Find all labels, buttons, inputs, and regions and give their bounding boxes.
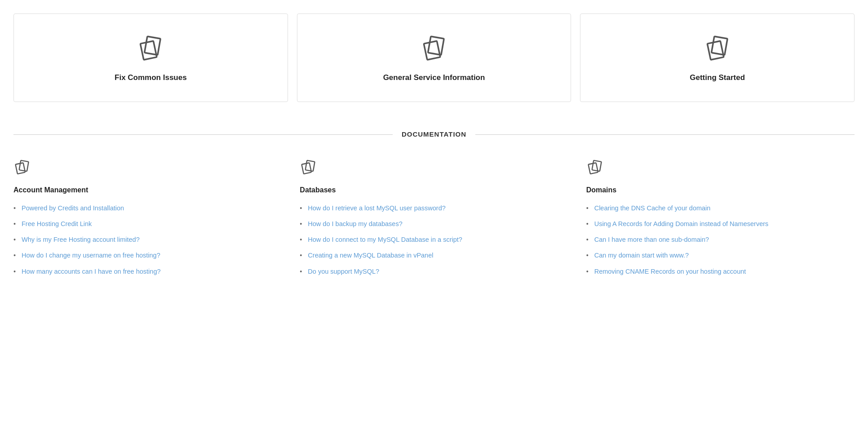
list-item[interactable]: How do I connect to my MySQL Database in… — [300, 235, 568, 245]
list-item[interactable]: Do you support MySQL? — [300, 267, 568, 277]
databases-column: Databases How do I retrieve a lost MySQL… — [291, 158, 577, 282]
list-item[interactable]: How many accounts can I have on free hos… — [13, 267, 282, 277]
domains-icon — [586, 158, 604, 176]
svg-rect-9 — [711, 36, 727, 55]
general-service-info-title: General Service Information — [383, 71, 485, 84]
account-management-link-2[interactable]: Why is my Free Hosting account limited? — [22, 236, 140, 243]
account-management-title: Account Management — [13, 184, 282, 196]
databases-link-4[interactable]: Do you support MySQL? — [308, 268, 379, 275]
domains-link-0[interactable]: Clearing the DNS Cache of your domain — [594, 204, 711, 212]
general-service-info-card[interactable]: General Service Information — [297, 13, 571, 102]
getting-started-title: Getting Started — [690, 71, 745, 84]
account-management-link-1[interactable]: Free Hosting Credit Link — [22, 220, 92, 227]
databases-link-1[interactable]: How do I backup my databases? — [308, 220, 402, 227]
domains-column: Domains Clearing the DNS Cache of your d… — [577, 158, 855, 282]
domains-link-4[interactable]: Removing CNAME Records on your hosting a… — [594, 268, 746, 275]
fix-common-issues-card[interactable]: Fix Common Issues — [13, 13, 288, 102]
databases-link-2[interactable]: How do I connect to my MySQL Database in… — [308, 236, 462, 243]
list-item[interactable]: Clearing the DNS Cache of your domain — [586, 203, 855, 213]
domains-link-3[interactable]: Can my domain start with www.? — [594, 252, 689, 259]
getting-started-icon — [702, 32, 733, 63]
fix-common-issues-title: Fix Common Issues — [115, 71, 187, 84]
databases-title: Databases — [300, 184, 568, 196]
header-line-left — [13, 134, 393, 135]
databases-link-3[interactable]: Creating a new MySQL Database in vPanel — [308, 252, 433, 259]
domains-link-1[interactable]: Using A Records for Adding Domain instea… — [594, 220, 769, 227]
account-management-link-4[interactable]: How many accounts can I have on free hos… — [22, 268, 161, 275]
svg-rect-8 — [707, 41, 724, 60]
doc-columns: Account Management Powered by Credits an… — [13, 158, 855, 282]
list-item[interactable]: Powered by Credits and Installation — [13, 203, 282, 213]
list-item[interactable]: Creating a new MySQL Database in vPanel — [300, 250, 568, 261]
list-item[interactable]: Removing CNAME Records on your hosting a… — [586, 267, 855, 277]
list-item[interactable]: How do I change my username on free host… — [13, 250, 282, 261]
fix-common-issues-icon — [135, 32, 166, 63]
domains-link-2[interactable]: Can I have more than one sub-domain? — [594, 236, 709, 243]
databases-icon — [300, 158, 318, 176]
svg-rect-5 — [145, 36, 161, 55]
svg-rect-6 — [424, 41, 440, 60]
svg-rect-4 — [141, 41, 157, 60]
general-service-info-icon — [418, 32, 450, 63]
databases-link-0[interactable]: How do I retrieve a lost MySQL user pass… — [308, 204, 446, 212]
domains-title: Domains — [586, 184, 855, 196]
account-management-link-0[interactable]: Powered by Credits and Installation — [22, 204, 124, 212]
getting-started-card[interactable]: Getting Started — [580, 13, 855, 102]
account-management-link-3[interactable]: How do I change my username on free host… — [22, 252, 160, 259]
documentation-header: DOCUMENTATION — [13, 129, 855, 140]
domains-list: Clearing the DNS Cache of your domain Us… — [586, 203, 855, 277]
list-item[interactable]: Why is my Free Hosting account limited? — [13, 235, 282, 245]
account-management-icon — [13, 158, 31, 176]
account-management-list: Powered by Credits and Installation Free… — [13, 203, 282, 277]
list-item[interactable]: Can I have more than one sub-domain? — [586, 235, 855, 245]
list-item[interactable]: Free Hosting Credit Link — [13, 219, 282, 229]
documentation-section: DOCUMENTATION Account Management Powered… — [0, 124, 868, 300]
databases-list: How do I retrieve a lost MySQL user pass… — [300, 203, 568, 277]
list-item[interactable]: How do I backup my databases? — [300, 219, 568, 229]
documentation-label: DOCUMENTATION — [393, 129, 475, 140]
top-cards-section: Fix Common Issues General Service Inform… — [0, 0, 868, 124]
list-item[interactable]: How do I retrieve a lost MySQL user pass… — [300, 203, 568, 213]
header-line-right — [475, 134, 855, 135]
list-item[interactable]: Using A Records for Adding Domain instea… — [586, 219, 855, 229]
svg-rect-7 — [428, 36, 444, 55]
list-item[interactable]: Can my domain start with www.? — [586, 250, 855, 261]
account-management-column: Account Management Powered by Credits an… — [13, 158, 291, 282]
